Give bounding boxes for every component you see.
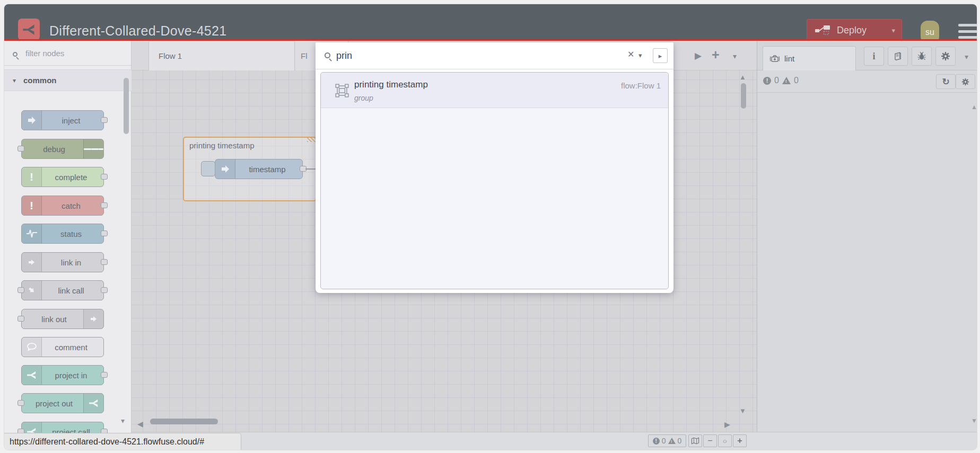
- info-button[interactable]: i: [864, 47, 884, 66]
- palette-scroll-down-icon[interactable]: ▾: [121, 416, 125, 425]
- browser-status-bubble: https://different-collared-dove-4521.flo…: [4, 433, 241, 450]
- app-header: Different-Collared-Dove-4521 Deploy ▾ su: [4, 4, 977, 39]
- tab-lint[interactable]: lint: [763, 46, 856, 70]
- palette-node-catch[interactable]: ! catch: [21, 196, 104, 216]
- right-sidebar: lint i ▾ ! 0 ! 0 ↻: [757, 41, 977, 432]
- node-palette: ▾ common inject debug ! complete ! catch…: [4, 41, 132, 450]
- input-port: [18, 400, 24, 406]
- sidebar-scroll-down-icon[interactable]: ▼: [971, 417, 977, 424]
- output-port: [101, 259, 108, 265]
- palette-node-comment[interactable]: comment: [21, 337, 104, 357]
- deploy-label: Deploy: [837, 25, 867, 36]
- palette-node-inject[interactable]: inject: [21, 110, 104, 130]
- refresh-button[interactable]: ↻: [936, 74, 956, 89]
- debug-bug-button[interactable]: [912, 47, 932, 66]
- sidebar-warning-count: 0: [794, 76, 799, 85]
- exclamation-icon: !: [22, 196, 42, 215]
- deploy-options-caret-icon[interactable]: ▾: [891, 26, 895, 34]
- pulse-icon: [22, 224, 42, 243]
- inject-node-timestamp[interactable]: timestamp: [215, 159, 303, 179]
- search-icon: [325, 51, 330, 60]
- palette-node-project-in[interactable]: project in: [21, 365, 104, 385]
- canvas-vertical-scrollbar[interactable]: [741, 83, 746, 109]
- sidebar-error-count: 0: [774, 76, 779, 85]
- palette-node-link-call[interactable]: link call: [21, 280, 104, 300]
- search-result-item[interactable]: printing timestamp group flow:Flow 1: [321, 73, 668, 108]
- clear-search-icon[interactable]: ✕: [627, 49, 634, 59]
- lint-summary-bar: ! 0 ! 0 ↻: [757, 70, 977, 93]
- output-port: [101, 202, 108, 208]
- deploy-button[interactable]: Deploy ▾: [807, 19, 902, 42]
- zoom-in-button[interactable]: +: [733, 434, 747, 447]
- result-type: group: [354, 94, 373, 102]
- palette-node-status[interactable]: status: [21, 224, 104, 244]
- link-arrow-icon: [83, 309, 103, 328]
- group-printing-timestamp[interactable]: printing timestamp timestamp: [183, 137, 317, 201]
- flowfuse-logo-icon: [18, 19, 40, 40]
- debug-lines-icon: [83, 139, 103, 158]
- canvas-notification-counts[interactable]: ! 0 ! 0: [648, 434, 686, 447]
- settings-gear-button[interactable]: [935, 47, 956, 66]
- input-port: [18, 316, 24, 322]
- tab-scroll-right-icon[interactable]: ▶: [695, 50, 702, 61]
- palette-node-complete[interactable]: ! complete: [21, 167, 104, 187]
- sidebar-menu-caret-icon[interactable]: ▾: [965, 52, 968, 61]
- add-flow-icon[interactable]: +: [712, 47, 720, 63]
- palette-node-link-out[interactable]: link out: [21, 309, 104, 329]
- canvas-scroll-up-icon[interactable]: ▲: [739, 73, 746, 81]
- comment-bubble-icon: [22, 337, 42, 357]
- filter-search-icon: [13, 49, 18, 59]
- inject-arrow-icon: [215, 159, 235, 179]
- main-menu-icon[interactable]: [958, 24, 977, 39]
- lint-settings-button[interactable]: [956, 74, 975, 89]
- output-port: [101, 230, 108, 236]
- group-icon: [335, 84, 349, 100]
- search-dialog: ✕ ▾ ▸ printing timestamp grou: [316, 42, 673, 293]
- canvas-warning-count: 0: [678, 437, 682, 445]
- sidebar-scroll-up-icon[interactable]: ▲: [971, 103, 977, 111]
- output-port: [101, 372, 108, 378]
- project-logo-icon: [83, 394, 103, 413]
- link-arrow-icon: [22, 281, 42, 300]
- canvas-scroll-left-icon[interactable]: ◀: [137, 420, 143, 428]
- canvas-footer: ! 0 ! 0 − ○ +: [132, 432, 977, 450]
- zoom-reset-button[interactable]: ○: [718, 434, 732, 447]
- search-next-button[interactable]: ▸: [653, 48, 668, 63]
- palette-scrollbar[interactable]: [124, 78, 129, 134]
- minimap-button[interactable]: [688, 434, 702, 447]
- palette-filter-input[interactable]: [25, 46, 121, 60]
- result-flow-label: flow:Flow 1: [621, 81, 661, 90]
- canvas-horizontal-scrollbar[interactable]: [150, 419, 218, 424]
- canvas-scroll-right-icon[interactable]: ▶: [724, 420, 730, 429]
- warning-count-icon: !: [668, 438, 676, 444]
- palette-node-debug[interactable]: debug: [21, 139, 104, 159]
- flow-list-caret-icon[interactable]: ▾: [733, 52, 737, 60]
- instance-title: Different-Collared-Dove-4521: [49, 23, 227, 39]
- result-title: printing timestamp: [354, 79, 428, 90]
- tab-flow-1[interactable]: Flow 1: [148, 41, 295, 70]
- palette-node-link-in[interactable]: link in: [21, 252, 104, 272]
- search-options-caret-icon[interactable]: ▾: [638, 51, 642, 59]
- output-port: [101, 117, 108, 123]
- canvas-scroll-down-icon[interactable]: ▼: [739, 407, 746, 415]
- inject-arrow-icon: [22, 111, 42, 130]
- exclamation-icon: !: [22, 167, 42, 186]
- search-input[interactable]: [336, 48, 612, 64]
- browser-window: Different-Collared-Dove-4521 Deploy ▾ su…: [4, 4, 977, 450]
- palette-filter[interactable]: [4, 41, 131, 66]
- inject-trigger-button[interactable]: [201, 161, 215, 176]
- output-port: [101, 287, 108, 293]
- chevron-down-icon: ▾: [13, 77, 16, 84]
- palette-node-project-out[interactable]: project out: [21, 393, 104, 413]
- search-input-row: ✕ ▾ ▸: [316, 42, 673, 69]
- input-port: [18, 287, 24, 293]
- link-arrow-icon: [22, 253, 42, 272]
- error-count-icon: !: [653, 438, 660, 445]
- warning-count-icon: !: [782, 77, 791, 84]
- zoom-out-button[interactable]: −: [703, 434, 717, 447]
- palette-category-common[interactable]: ▾ common: [4, 69, 132, 91]
- canvas-error-count: 0: [662, 437, 666, 445]
- project-logo-icon: [22, 366, 42, 385]
- help-book-button[interactable]: [888, 47, 908, 66]
- error-count-icon: !: [763, 77, 771, 85]
